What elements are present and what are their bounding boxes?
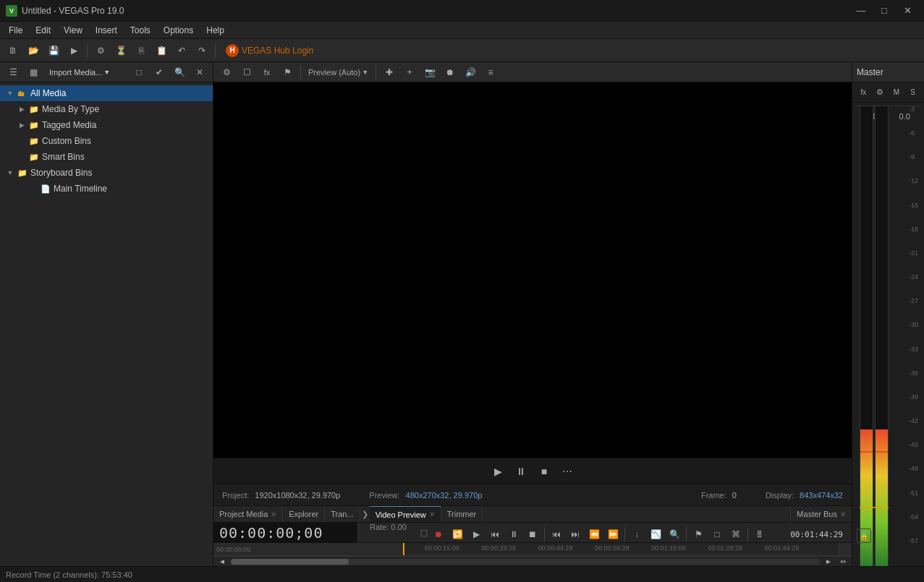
transport-stop-btn[interactable]: ⏹ <box>524 526 541 543</box>
toolbar-new[interactable]: 🗎 <box>4 42 22 59</box>
panel-close[interactable]: ✕ <box>191 64 208 81</box>
tool-select-btn[interactable]: ↓ <box>628 526 645 543</box>
scroll-bar[interactable] <box>231 559 820 565</box>
tab-explorer[interactable]: Explorer <box>283 506 325 522</box>
window-title: Untitled - VEGAS Pro 19.0 <box>22 6 846 16</box>
scroll-zoom-out[interactable]: ► <box>823 556 834 567</box>
scroll-zoom-in[interactable]: ◄ <box>216 556 228 567</box>
preview-volume-button[interactable]: 🔊 <box>462 64 479 81</box>
panel-view-toggle[interactable]: □ <box>130 64 148 81</box>
tab-transitions[interactable]: Tran... <box>325 506 360 522</box>
master-fx-button[interactable]: fx <box>857 84 870 101</box>
preview-fx-button[interactable]: fx <box>258 64 276 81</box>
tab-project-media-close[interactable]: ✕ <box>271 510 276 518</box>
transport-prev-marker-btn[interactable]: ⏪ <box>585 526 603 543</box>
toolbar-open[interactable]: 📂 <box>25 42 42 59</box>
preview-mode-label: Preview (Auto) <box>308 68 360 77</box>
transport-go-start-btn[interactable]: ⏮ <box>548 526 565 543</box>
toolbar-settings[interactable]: ⚙ <box>92 42 109 59</box>
preview-more-button[interactable]: ≡ <box>482 64 499 81</box>
tree-item-media-by-type[interactable]: ▶ 📁 Media By Type <box>0 101 213 117</box>
preview-fullscreen-button[interactable]: ☐ <box>238 64 255 81</box>
menu-view[interactable]: View <box>58 24 88 37</box>
preview-flag-button[interactable]: ⚑ <box>279 64 296 81</box>
preview-pause-button[interactable]: ⏸ <box>512 463 530 480</box>
tree-item-main-timeline[interactable]: ▶ 📄 Main Timeline <box>0 181 213 197</box>
maximize-button[interactable]: □ <box>873 3 895 19</box>
toolbar-copy[interactable]: ⎘ <box>132 42 150 59</box>
panel-search[interactable]: 🔍 <box>171 64 188 81</box>
toolbar-undo-history[interactable]: ⏳ <box>112 42 130 59</box>
menu-file[interactable]: File <box>3 24 28 37</box>
master-s-button[interactable]: S <box>906 84 920 101</box>
menu-insert[interactable]: Insert <box>90 24 123 37</box>
preview-snapshot-button[interactable]: 📷 <box>421 64 438 81</box>
tool-mixer-btn[interactable]: 🎚 <box>751 526 768 543</box>
tree-item-storyboard-bins[interactable]: ▼ 📁 Storyboard Bins <box>0 165 213 181</box>
transport-loop-btn[interactable]: 🔁 <box>449 526 466 543</box>
tool-envelope-btn[interactable]: 📉 <box>647 526 664 543</box>
tab-video-preview[interactable]: Video Preview ✕ <box>370 506 441 522</box>
tree-item-tagged-media[interactable]: ▶ 📁 Tagged Media <box>0 117 213 133</box>
preview-more-controls-button[interactable]: ⋯ <box>559 463 576 480</box>
tabs-more-btn[interactable]: ❯ <box>360 510 370 519</box>
tool-region-btn[interactable]: □ <box>708 526 726 543</box>
master-settings-button[interactable]: ⚙ <box>873 84 887 101</box>
panel-list-icon[interactable]: ☰ <box>4 64 22 81</box>
tab-video-preview-close[interactable]: ✕ <box>429 510 435 518</box>
expander-all-media[interactable]: ▼ <box>6 89 14 98</box>
preview-zoom-button[interactable]: + <box>401 64 418 81</box>
panel-grid-icon[interactable]: ▦ <box>25 64 42 81</box>
master-m-button[interactable]: M <box>890 84 904 101</box>
import-media-button[interactable]: Import Media... ▼ <box>45 64 114 81</box>
tool-marker-btn[interactable]: ⚑ <box>690 526 707 543</box>
tree-item-custom-bins[interactable]: ▶ 📁 Custom Bins <box>0 133 213 149</box>
menu-tools[interactable]: Tools <box>124 24 156 37</box>
transport-next-marker-btn[interactable]: ⏩ <box>604 526 622 543</box>
close-button[interactable]: ✕ <box>897 3 918 19</box>
preview-record-button[interactable]: ⏺ <box>441 64 459 81</box>
display-value[interactable]: 843x474x32 <box>800 491 843 500</box>
minimize-button[interactable]: — <box>850 3 872 19</box>
toolbar-paste[interactable]: 📋 <box>153 42 170 59</box>
tab-project-media[interactable]: Project Media ✕ <box>213 506 283 522</box>
preview-stop-button[interactable]: ■ <box>535 463 553 480</box>
panel-tag[interactable]: ✔ <box>151 64 168 81</box>
transport-go-end-btn[interactable]: ⏭ <box>567 526 584 543</box>
toolbar-redo[interactable]: ↷ <box>193 42 211 59</box>
tool-zoom-btn[interactable]: 🔍 <box>666 526 683 543</box>
preview-value[interactable]: 480x270x32, 29.970p <box>406 491 483 500</box>
panel-toolbar: ☰ ▦ Import Media... ▼ □ ✔ 🔍 ✕ <box>0 62 213 82</box>
preview-settings-button[interactable]: ⚙ <box>218 64 235 81</box>
scroll-zoom-fit[interactable]: ⇔ <box>837 556 849 567</box>
tree-item-all-media[interactable]: ▼ 🖿 All Media <box>0 85 213 101</box>
expander-tagged-media[interactable]: ▶ <box>17 121 26 129</box>
menu-edit[interactable]: Edit <box>30 24 56 37</box>
menu-options[interactable]: Options <box>158 24 199 37</box>
tab-trimmer[interactable]: Trimmer <box>441 506 483 522</box>
timeline-wrapper: 00:00:00;00 Rate: 0.00 □ ⏺ 🔁 ▶ ⏮ ⏸ <box>213 523 852 566</box>
preview-crosshair-button[interactable]: ✚ <box>381 64 398 81</box>
status-record-time: Record Time (2 channels): 75:53:40 <box>6 570 132 579</box>
meter-lock-button[interactable]: 🔒 <box>857 528 871 543</box>
scroll-thumb[interactable] <box>231 559 349 565</box>
master-bus-close[interactable]: ✕ <box>840 510 846 518</box>
tree-item-smart-bins[interactable]: ▶ 📁 Smart Bins <box>0 149 213 165</box>
preview-play-button[interactable]: ▶ <box>489 463 506 480</box>
toolbar-render[interactable]: ▶ <box>65 42 82 59</box>
toolbar-undo[interactable]: ↶ <box>173 42 190 59</box>
toolbar-save[interactable]: 💾 <box>45 42 62 59</box>
master-bus-tab[interactable]: Master Bus ✕ <box>790 506 852 522</box>
vegas-hub-button[interactable]: H VEGAS Hub Login <box>220 43 319 59</box>
transport-play-from-start-btn[interactable]: ⏮ <box>486 526 504 543</box>
transport-play-btn[interactable]: ▶ <box>467 526 485 543</box>
transport-record-btn[interactable]: ⏺ <box>430 526 447 543</box>
folder-icon-custom-bins: 📁 <box>29 137 39 145</box>
timeline-scroll[interactable]: ◄ ► ⇔ <box>213 556 852 566</box>
expander-media-by-type[interactable]: ▶ <box>17 105 26 114</box>
expander-storyboard-bins[interactable]: ▼ <box>6 168 14 177</box>
preview-mode-button[interactable]: Preview (Auto) ▼ <box>305 64 371 81</box>
transport-pause-btn[interactable]: ⏸ <box>505 526 522 543</box>
menu-help[interactable]: Help <box>200 24 230 37</box>
tool-cmd-btn[interactable]: ⌘ <box>727 526 745 543</box>
